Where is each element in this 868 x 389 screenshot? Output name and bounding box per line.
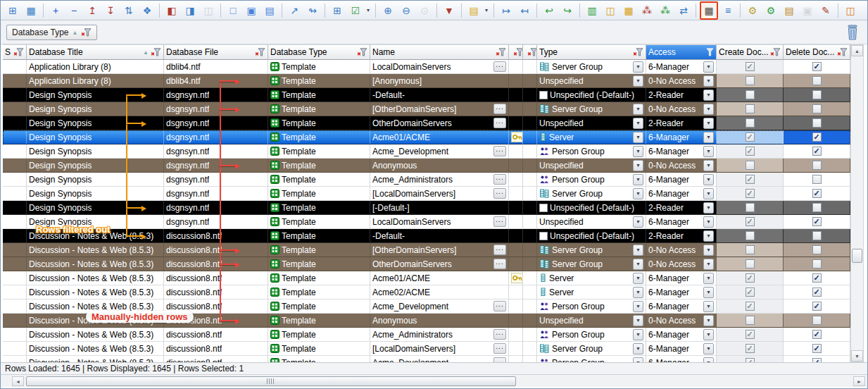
cell-delete-doc[interactable]: [784, 173, 850, 187]
cell-delete-doc[interactable]: [784, 102, 850, 116]
cell-create-doc[interactable]: [717, 257, 784, 271]
table-row[interactable]: Discussion - Notes & Web (8.5.3)discussi…: [3, 285, 850, 300]
access-dropdown[interactable]: ▼: [703, 273, 714, 284]
cell-database-type[interactable]: Template: [268, 173, 370, 187]
table-row[interactable]: Discussion - Notes & Web (8.5.3)discussi…: [3, 328, 850, 342]
cell-access[interactable]: 0-No Access▼: [646, 102, 717, 116]
access-dropdown[interactable]: ▼: [703, 132, 714, 143]
type-dropdown[interactable]: ▼: [633, 146, 643, 157]
cell-flag-a[interactable]: [509, 356, 523, 362]
table-row[interactable]: Application Library (8)dblib4.ntfTemplat…: [3, 74, 850, 88]
create-doc-checkbox[interactable]: ✓: [746, 330, 755, 339]
filter-clear-icon[interactable]: [13, 48, 24, 56]
cell-delete-doc[interactable]: [784, 88, 850, 102]
export-pages-button[interactable]: ↬: [304, 2, 321, 19]
delete-doc-checkbox[interactable]: ✓: [812, 189, 822, 198]
cell-flag-b[interactable]: [523, 173, 537, 187]
cell-flag-b[interactable]: [523, 328, 537, 342]
cell-select[interactable]: [3, 356, 27, 362]
type-dropdown[interactable]: ▼: [633, 343, 643, 354]
cell-select[interactable]: [3, 88, 27, 102]
cell-type[interactable]: Unspecified▼: [537, 159, 646, 173]
cell-access[interactable]: 0-No Access▼: [646, 257, 717, 271]
cell-type[interactable]: Server Group▼: [537, 60, 646, 74]
cell-access[interactable]: 6-Manager▼: [646, 342, 717, 356]
cell-name[interactable]: Acme_Administrators...: [370, 328, 509, 342]
access-dropdown[interactable]: ▼: [703, 104, 714, 115]
filter-clear-icon[interactable]: [527, 48, 537, 56]
cell-type[interactable]: Person Group▼: [537, 328, 646, 342]
delete-doc-checkbox[interactable]: ✓: [812, 330, 822, 339]
access-dropdown[interactable]: ▼: [703, 146, 714, 157]
create-doc-checkbox[interactable]: ✓: [746, 175, 755, 184]
name-ellipsis-button[interactable]: ...: [493, 174, 506, 185]
cell-database-file[interactable]: discussion8.ntf: [164, 328, 268, 342]
checkbox-grid-button[interactable]: ☑: [347, 2, 364, 19]
cell-database-type[interactable]: Template: [268, 342, 370, 356]
cell-name[interactable]: Acme01/ACME: [370, 130, 509, 144]
col-header-delete[interactable]: Delete Doc...: [784, 44, 850, 60]
cell-access[interactable]: 6-Manager▼: [646, 215, 717, 229]
access-dropdown[interactable]: ▼: [703, 315, 714, 326]
cell-delete-doc[interactable]: [784, 229, 850, 243]
cell-database-title[interactable]: Design Synopsis: [27, 173, 164, 187]
type-dropdown[interactable]: ▼: [633, 357, 643, 363]
cell-flag-a[interactable]: [509, 130, 523, 144]
type-dropdown[interactable]: ▼: [633, 132, 643, 143]
access-dropdown[interactable]: ▼: [703, 216, 714, 228]
cell-database-file[interactable]: discussion8.ntf: [164, 314, 268, 328]
cell-database-type[interactable]: Template: [268, 300, 370, 314]
cell-database-title[interactable]: Design Synopsis: [27, 130, 164, 144]
col-header-name[interactable]: Name: [370, 44, 509, 60]
cell-flag-b[interactable]: [523, 229, 537, 243]
delete-doc-checkbox[interactable]: ✓: [812, 217, 822, 226]
cell-access[interactable]: 6-Manager▼: [646, 173, 717, 187]
create-doc-checkbox[interactable]: [746, 118, 755, 128]
cell-delete-doc[interactable]: [784, 257, 850, 271]
cell-database-title[interactable]: Design Synopsis: [27, 116, 164, 130]
cell-name[interactable]: [LocalDomainServers]...: [370, 187, 509, 201]
cell-create-doc[interactable]: ✓: [717, 271, 784, 285]
cell-flag-a[interactable]: [509, 60, 523, 74]
cell-flag-a[interactable]: [509, 116, 523, 130]
cell-flag-a[interactable]: [509, 159, 523, 173]
copy-page-button[interactable]: ▣: [243, 2, 260, 19]
org-chart-alt-button[interactable]: ⁂: [657, 2, 674, 19]
scroll-down-button[interactable]: ▼: [851, 350, 863, 362]
doc-gear-button[interactable]: ▤: [781, 2, 798, 19]
cell-database-title[interactable]: Design Synopsis: [27, 144, 164, 159]
type-dropdown[interactable]: ▼: [633, 118, 643, 129]
delete-doc-checkbox[interactable]: [812, 231, 822, 240]
cell-name[interactable]: Acme_Development...: [370, 144, 509, 159]
cell-access[interactable]: 2-Reader▼: [646, 88, 717, 102]
cell-delete-doc[interactable]: ✓: [784, 285, 850, 300]
cell-flag-a[interactable]: [509, 229, 523, 243]
cell-delete-doc[interactable]: [784, 116, 850, 130]
cell-flag-b[interactable]: [523, 144, 537, 159]
cell-select[interactable]: [3, 285, 27, 300]
cell-flag-b[interactable]: [523, 74, 537, 88]
cell-database-title[interactable]: Discussion - Notes & Web (8.5.3): [27, 243, 164, 257]
create-doc-checkbox[interactable]: ✓: [746, 132, 755, 142]
table-row[interactable]: Design Synopsisdsgnsyn.ntfTemplate[-Defa…: [3, 201, 850, 215]
cell-delete-doc[interactable]: ✓: [784, 271, 850, 285]
table-row[interactable]: Discussion - Notes & Web (8.5.3)discussi…: [3, 229, 850, 243]
cell-delete-doc[interactable]: ✓: [784, 130, 850, 144]
filter-clear-icon[interactable]: [151, 48, 161, 56]
cell-type[interactable]: Unspecified (-Default-): [537, 201, 646, 215]
create-doc-checkbox[interactable]: [746, 316, 755, 325]
access-dropdown[interactable]: ▼: [703, 188, 714, 199]
cell-flag-a[interactable]: [509, 201, 523, 215]
cell-create-doc[interactable]: ✓: [717, 285, 784, 300]
cell-database-title[interactable]: Application Library (8): [27, 74, 164, 88]
delete-doc-checkbox[interactable]: ✓: [812, 132, 822, 142]
cell-type[interactable]: Unspecified (-Default-): [537, 88, 646, 102]
grid-window-button[interactable]: ⊞: [329, 2, 346, 19]
panel-left-button[interactable]: ◧: [163, 2, 180, 19]
access-dropdown[interactable]: ▼: [703, 202, 714, 214]
cell-type[interactable]: Unspecified (-Default-): [537, 229, 646, 243]
cell-select[interactable]: [3, 314, 27, 328]
cell-create-doc[interactable]: [717, 88, 784, 102]
create-doc-checkbox[interactable]: [746, 231, 755, 240]
copy-disabled-button[interactable]: ▣: [799, 2, 816, 19]
